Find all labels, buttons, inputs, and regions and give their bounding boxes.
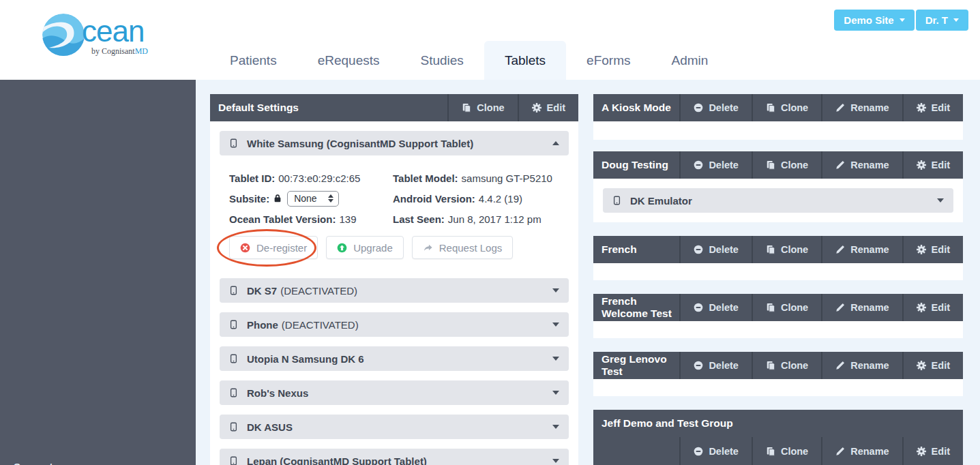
clone-icon xyxy=(766,361,775,370)
chevron-down-icon xyxy=(900,18,905,22)
gear-icon xyxy=(917,103,926,112)
edit-group-button[interactable]: Edit xyxy=(902,437,963,465)
clone-icon xyxy=(766,245,775,254)
delete-group-button[interactable]: Delete xyxy=(679,151,752,179)
tab-patients[interactable]: Patients xyxy=(209,41,297,80)
ocean-logo[interactable]: cean by CognisantMD xyxy=(42,14,148,57)
clone-settings-button[interactable]: Clone xyxy=(447,94,517,121)
clone-group-button[interactable]: Clone xyxy=(752,151,821,179)
clone-icon xyxy=(766,447,775,456)
tablet-row-dk-emulator[interactable]: DK Emulator xyxy=(603,188,953,213)
clone-icon xyxy=(462,103,471,112)
chevron-down-icon xyxy=(552,459,559,463)
edit-group-button[interactable]: Edit xyxy=(902,236,963,263)
group-french-welcome-test: French Welcome Test Delete Clone Rename … xyxy=(593,294,963,338)
tablet-row-dk-asus[interactable]: DK ASUS xyxy=(220,415,569,439)
edit-group-button[interactable]: Edit xyxy=(902,94,963,121)
rename-group-button[interactable]: Rename xyxy=(821,352,902,379)
tablet-icon xyxy=(229,319,238,330)
gear-icon xyxy=(917,447,926,456)
user-menu-button[interactable]: Dr. T xyxy=(916,10,968,31)
chevron-down-icon xyxy=(552,357,559,361)
chevron-down-icon xyxy=(552,288,559,292)
upgrade-button[interactable]: Upgrade xyxy=(326,236,404,259)
select-stepper-icon xyxy=(328,194,333,202)
deregister-button[interactable]: De-register xyxy=(229,236,318,259)
clone-group-button[interactable]: Clone xyxy=(752,94,821,121)
tablet-row-utopia[interactable]: Utopia N Samsung DK 6 xyxy=(220,346,569,371)
logo-wordmark: cean xyxy=(82,18,148,45)
rename-group-button[interactable]: Rename xyxy=(821,294,902,321)
edit-settings-button[interactable]: Edit xyxy=(518,94,578,121)
clone-icon xyxy=(766,160,775,170)
tab-tablets[interactable]: Tablets xyxy=(484,41,566,80)
tablet-row-white-samsung[interactable]: White Samsung (CognisantMD Support Table… xyxy=(220,131,569,155)
android-version-field: Android Version: 4.4.2 (19) xyxy=(393,188,552,209)
delete-group-button[interactable]: Delete xyxy=(679,437,752,465)
tablet-row-phone[interactable]: Phone (DEACTIVATED) xyxy=(220,312,569,337)
tab-admin[interactable]: Admin xyxy=(651,41,728,80)
subsite-field: Subsite: None xyxy=(229,188,393,209)
group-doug-testing: Doug Testing Delete Clone Rename Edit DK… xyxy=(593,151,963,222)
clone-group-button[interactable]: Clone xyxy=(752,236,821,263)
clone-icon xyxy=(766,103,775,112)
tablet-row-lepan[interactable]: Lepan (CognisantMD Support Tablet) xyxy=(220,449,569,465)
edit-group-button[interactable]: Edit xyxy=(902,151,963,179)
group-title: Doug Testing xyxy=(593,151,679,179)
tablet-icon xyxy=(229,421,238,432)
chevron-down-icon xyxy=(552,425,559,429)
pencil-icon xyxy=(835,160,845,170)
pencil-icon xyxy=(835,303,845,312)
minus-circle-icon xyxy=(694,361,703,370)
group-french: French Delete Clone Rename Edit xyxy=(593,236,963,280)
subsite-select[interactable]: None xyxy=(287,191,338,207)
left-sidebar: Support xyxy=(0,80,196,465)
support-link[interactable]: Support xyxy=(14,461,53,465)
group-title: French xyxy=(593,236,679,263)
tab-eforms[interactable]: eForms xyxy=(566,41,651,80)
tablet-icon xyxy=(229,455,238,465)
clone-group-button[interactable]: Clone xyxy=(752,437,821,465)
minus-circle-icon xyxy=(694,160,703,170)
minus-circle-icon xyxy=(694,447,703,456)
tablet-id-field: Tablet ID: 00:73:e0:29:c2:65 xyxy=(229,168,393,188)
top-header: cean by CognisantMD Demo Site Dr. T Pati… xyxy=(0,0,980,80)
tab-erequests[interactable]: eRequests xyxy=(297,41,400,80)
delete-group-button[interactable]: Delete xyxy=(679,236,752,263)
tablet-details: Tablet ID: 00:73:e0:29:c2:65 Subsite: No… xyxy=(229,168,569,229)
edit-group-button[interactable]: Edit xyxy=(902,352,963,379)
logo-tagline: by CognisantMD xyxy=(91,46,148,57)
tablet-groups-column: A Kiosk Mode Delete Clone Rename Edit Do… xyxy=(593,94,963,465)
up-circle-icon xyxy=(337,243,347,253)
delete-group-button[interactable]: Delete xyxy=(679,352,752,379)
tablet-icon xyxy=(229,387,238,398)
tablet-model-field: Tablet Model: samsung GT-P5210 xyxy=(393,168,552,188)
delete-group-button[interactable]: Delete xyxy=(679,94,752,121)
rename-group-button[interactable]: Rename xyxy=(821,236,902,263)
clone-group-button[interactable]: Clone xyxy=(752,352,821,379)
rename-group-button[interactable]: Rename xyxy=(821,151,902,179)
tablet-icon xyxy=(229,353,238,364)
tablet-row-robs-nexus[interactable]: Rob's Nexus xyxy=(220,380,569,405)
main-nav: Patients eRequests Studies Tablets eForm… xyxy=(209,0,728,80)
edit-group-button[interactable]: Edit xyxy=(902,294,963,321)
request-logs-button[interactable]: Request Logs xyxy=(412,236,514,259)
delete-group-button[interactable]: Delete xyxy=(679,294,752,321)
clone-group-button[interactable]: Clone xyxy=(752,294,821,321)
share-arrow-icon xyxy=(423,243,433,253)
rename-group-button[interactable]: Rename xyxy=(821,94,902,121)
chevron-up-icon xyxy=(552,141,559,145)
group-title: Greg Lenovo Test xyxy=(593,352,679,379)
default-settings-panel: Default Settings Clone Edit White Samsun… xyxy=(210,94,578,465)
minus-circle-icon xyxy=(694,303,703,312)
minus-circle-icon xyxy=(694,103,703,112)
tab-studies[interactable]: Studies xyxy=(400,41,484,80)
gear-icon xyxy=(917,245,926,254)
gear-icon xyxy=(917,160,926,170)
pencil-icon xyxy=(835,447,845,456)
site-selector-button[interactable]: Demo Site xyxy=(834,10,914,31)
rename-group-button[interactable]: Rename xyxy=(821,437,902,465)
lock-icon xyxy=(273,194,282,203)
tablet-row-dk-s7[interactable]: DK S7 (DEACTIVATED) xyxy=(220,278,569,303)
pencil-icon xyxy=(835,103,845,112)
